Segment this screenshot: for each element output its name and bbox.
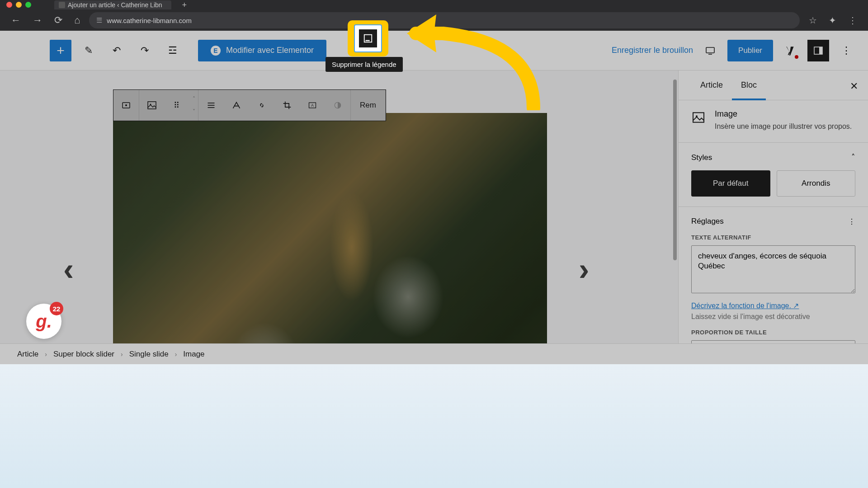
yoast-icon xyxy=(784,45,796,56)
block-name: Image xyxy=(715,109,852,119)
move-updown[interactable]: ˄ ˅ xyxy=(190,93,198,118)
chevron-right-icon: › xyxy=(175,351,177,358)
elementor-button-label: Modifier avec Elementor xyxy=(226,46,314,55)
breadcrumb-item[interactable]: Article xyxy=(17,350,38,359)
minimize-window-icon[interactable] xyxy=(16,2,22,8)
tab-favicon xyxy=(59,2,65,8)
forward-icon[interactable]: → xyxy=(30,13,45,28)
duotone-button[interactable] xyxy=(325,93,350,118)
notification-count-badge: 22 xyxy=(50,302,63,315)
reload-icon[interactable]: ⟳ xyxy=(52,13,65,28)
options-button[interactable]: ⋮ xyxy=(835,40,857,61)
block-toolbar: ⠿ ˄ ˅ A xyxy=(113,89,386,121)
svg-rect-14 xyxy=(693,113,704,122)
close-window-icon[interactable] xyxy=(6,2,12,8)
back-icon[interactable]: ← xyxy=(8,13,24,28)
svg-rect-3 xyxy=(819,47,822,54)
desktop-icon xyxy=(705,45,716,56)
editor-header: + ✎ ↶ ↷ ☲ E Modifier avec Elementor Enre… xyxy=(0,31,868,70)
alt-text-help-link[interactable]: Décrivez la fonction de l'image. ↗ xyxy=(691,301,799,310)
link-button[interactable] xyxy=(249,93,274,118)
add-block-button[interactable]: + xyxy=(50,40,71,61)
parent-block-button[interactable] xyxy=(113,93,139,118)
tools-button[interactable]: ✎ xyxy=(78,40,99,61)
url-text: www.catherine-libmann.com xyxy=(107,17,192,24)
crop-icon xyxy=(283,101,292,110)
style-rounded[interactable]: Arrondis xyxy=(777,170,856,197)
tab-article[interactable]: Article xyxy=(691,70,732,100)
slider-parent-icon xyxy=(121,100,132,111)
panel-menu-icon[interactable]: ⋮ xyxy=(848,217,855,226)
replace-button[interactable]: Rem xyxy=(351,101,385,110)
style-default[interactable]: Par défaut xyxy=(691,170,770,197)
styles-panel-title[interactable]: Styles ˄ xyxy=(691,153,855,162)
align-icon xyxy=(207,101,216,110)
svg-point-5 xyxy=(125,104,127,106)
browser-menu-icon[interactable]: ⋮ xyxy=(845,15,860,26)
text-overlay-icon: A xyxy=(308,101,317,110)
move-down-icon[interactable]: ˅ xyxy=(190,105,198,118)
publish-button[interactable]: Publier xyxy=(727,40,773,61)
caption-button[interactable] xyxy=(359,29,377,47)
align-button[interactable] xyxy=(198,93,224,118)
duotone-icon xyxy=(333,101,342,110)
chevron-right-icon: › xyxy=(121,351,123,358)
browser-nav-bar: ← → ⟳ ⌂ ☰ www.catherine-libmann.com ☆ ✦ … xyxy=(0,10,868,31)
slider-next-button[interactable]: › xyxy=(579,251,589,287)
settings-sidebar-button[interactable] xyxy=(807,40,829,61)
macos-traffic-lights[interactable] xyxy=(6,2,31,8)
caption-tooltip: Supprimer la légende xyxy=(326,57,403,72)
settings-panel-title: Réglages xyxy=(691,217,724,226)
slider-prev-button[interactable]: ‹ xyxy=(63,251,74,287)
sidebar-tabs: Article Bloc ✕ xyxy=(679,70,868,100)
edit-with-elementor-button[interactable]: E Modifier avec Elementor xyxy=(198,40,326,61)
sidebar-icon xyxy=(813,45,824,56)
block-description: Insère une image pour illustrer vos prop… xyxy=(715,122,852,131)
image-icon xyxy=(691,110,706,125)
close-sidebar-button[interactable]: ✕ xyxy=(850,80,858,92)
aspect-ratio-label: PROPORTION DE TAILLE xyxy=(691,329,855,336)
svg-rect-0 xyxy=(706,47,714,53)
svg-rect-17 xyxy=(366,40,370,41)
new-tab-button[interactable]: + xyxy=(179,0,190,12)
url-bar[interactable]: ☰ www.catherine-libmann.com xyxy=(89,12,800,28)
browser-tab[interactable]: Ajouter un article ‹ Catherine Libn xyxy=(54,0,171,9)
scrollbar-thumb[interactable] xyxy=(673,80,677,260)
styles-panel: Styles ˄ Par défaut Arrondis xyxy=(679,142,868,206)
bookmark-icon[interactable]: ☆ xyxy=(806,15,820,26)
save-draft-link[interactable]: Enregistrer le brouillon xyxy=(612,46,693,55)
image-icon xyxy=(146,100,157,111)
svg-text:A: A xyxy=(311,103,314,108)
tab-block[interactable]: Bloc xyxy=(732,70,766,100)
text-overlay-button[interactable]: A xyxy=(300,93,325,118)
alt-text-button[interactable] xyxy=(224,93,249,118)
crop-button[interactable] xyxy=(274,93,300,118)
redo-button[interactable]: ↷ xyxy=(134,40,156,61)
block-type-button[interactable] xyxy=(139,93,165,118)
notification-widget[interactable]: g. 22 xyxy=(26,304,61,339)
browser-tab-strip: Ajouter un article ‹ Catherine Libn + xyxy=(0,0,868,10)
alt-text-input[interactable] xyxy=(691,245,855,293)
block-breadcrumb: Article › Super block slider › Single sl… xyxy=(0,343,868,364)
drag-handle[interactable]: ⠿ xyxy=(165,93,190,118)
undo-button[interactable]: ↶ xyxy=(106,40,127,61)
alt-text-help: Laissez vide si l'image est décorative xyxy=(691,313,855,321)
tab-title: Ajouter un article ‹ Catherine Libn xyxy=(68,1,162,9)
breadcrumb-item[interactable]: Super block slider xyxy=(53,350,114,359)
preview-button[interactable] xyxy=(699,40,721,61)
breadcrumb-item[interactable]: Image xyxy=(183,350,204,359)
site-info-icon[interactable]: ☰ xyxy=(96,16,102,24)
elementor-icon: E xyxy=(211,46,221,56)
alt-icon xyxy=(232,101,241,110)
extensions-icon[interactable]: ✦ xyxy=(826,15,839,26)
chevron-right-icon: › xyxy=(45,351,47,358)
notification-g-icon: g. xyxy=(36,311,52,332)
move-up-icon[interactable]: ˄ xyxy=(190,93,198,105)
chevron-up-icon: ˄ xyxy=(851,153,855,162)
document-overview-button[interactable]: ☲ xyxy=(162,40,184,61)
maximize-window-icon[interactable] xyxy=(25,2,31,8)
home-icon[interactable]: ⌂ xyxy=(71,13,83,28)
yoast-button[interactable] xyxy=(779,40,801,61)
breadcrumb-item[interactable]: Single slide xyxy=(129,350,169,359)
link-icon xyxy=(257,101,266,110)
